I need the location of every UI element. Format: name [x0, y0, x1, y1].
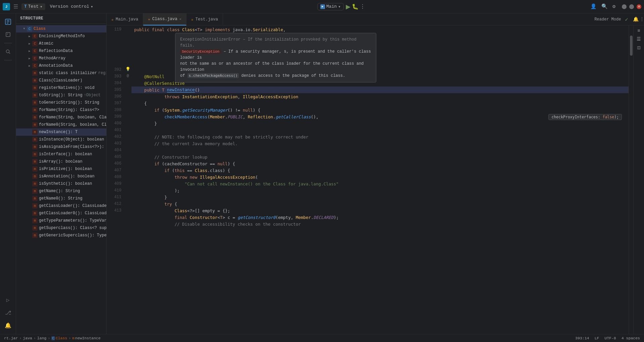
profile-icon[interactable]: 👤: [589, 2, 598, 11]
status-lf[interactable]: LF: [594, 336, 599, 340]
tab-more-icon[interactable]: ⋮: [640, 17, 644, 22]
label-isannotation: isAnnotation(): boolean: [39, 174, 95, 179]
ln-406: 406: [107, 160, 121, 167]
tree-item-tostring[interactable]: m toString(): String ↑Object: [16, 92, 106, 99]
toolbar-find[interactable]: [2, 46, 14, 57]
maximize-button[interactable]: □: [629, 4, 634, 9]
tree-item-getsuperclass[interactable]: m getSuperclass(): Class<? super T>: [16, 224, 106, 232]
notifications-panel-icon[interactable]: 🔔: [633, 16, 639, 22]
bc-class[interactable]: CClass: [51, 336, 67, 340]
check-icon: ✓: [625, 16, 628, 23]
toolbar-run-widget[interactable]: ▷: [2, 294, 14, 306]
arr-reflection[interactable]: ▶: [27, 48, 32, 54]
tab-icon-class: ☕: [148, 17, 150, 21]
tree-item-static-init[interactable]: m static class initializer registerNativ…: [16, 69, 106, 77]
project-selector[interactable]: T Test ▾: [21, 3, 45, 10]
tab-test-java[interactable]: ☕ Test.java: [186, 13, 223, 25]
close-button[interactable]: ✕: [637, 4, 641, 9]
tree-item-atomic[interactable]: ▶ C Atomic: [16, 40, 106, 47]
tab-icon-main: ☕: [111, 17, 114, 21]
code-content[interactable]: public final class Class<T> implements j…: [131, 25, 629, 334]
tree-item-reflection[interactable]: ▶ C ReflectionData: [16, 47, 106, 55]
minimize-button[interactable]: –: [622, 4, 627, 9]
tree-item-getname[interactable]: m getName(): String: [16, 187, 106, 195]
tree-item-issynthetic[interactable]: m isSynthetic(): boolean: [16, 180, 106, 187]
bc-java[interactable]: java: [23, 336, 32, 340]
gi-397: [124, 99, 131, 106]
code-line-400: [131, 127, 629, 133]
bc-jar[interactable]: rt.jar: [4, 336, 18, 340]
label-getname: getName(): String: [39, 189, 80, 193]
right-panel-icon-2[interactable]: ☰: [637, 36, 641, 42]
reader-mode-label[interactable]: Reader Mode: [594, 17, 621, 22]
tree-item-isinstance[interactable]: m isInstance(Object): boolean: [16, 136, 106, 143]
tree-item-isassignable[interactable]: m isAssignableFrom(Class<?>): boolean: [16, 143, 106, 151]
tree-item-newinstance[interactable]: m newInstance(): T: [16, 128, 106, 136]
tree-item-registernatives[interactable]: m registerNatives(): void: [16, 84, 106, 92]
label-gettypeparams: getTypeParameters(): TypeVariable<Class<…: [39, 218, 106, 223]
bc-newinstance[interactable]: mnewInstance: [72, 336, 101, 340]
cls-constructor: Constructor: [190, 215, 218, 220]
tree-item-forname1[interactable]: m forName(String): Class<?>: [16, 106, 106, 114]
bulb-icon[interactable]: 💡: [125, 67, 130, 72]
tree-item-isprimitive[interactable]: m isPrimitive(): boolean: [16, 165, 106, 173]
right-panel-icon-3[interactable]: ◫: [637, 45, 640, 50]
status-right: 393:14 LF UTF-8 4 spaces: [575, 336, 640, 340]
scroll-thumb[interactable]: [630, 36, 633, 56]
tree-item-isannotation[interactable]: m isAnnotation(): boolean: [16, 173, 106, 180]
tree-arrow-class[interactable]: ▼: [21, 26, 27, 32]
tree-item-class-root[interactable]: ▼ C Class: [16, 25, 106, 33]
label-static-init: static class initializer: [39, 71, 97, 75]
tree-item-getclassloader[interactable]: m getClassLoader(): ClassLoader: [16, 202, 106, 210]
run-button[interactable]: ▶: [346, 3, 351, 10]
bc-lang[interactable]: lang: [37, 336, 47, 340]
gi-blank3: [124, 39, 131, 46]
breadcrumb: rt.jar › java › lang › CClass › mnewInst…: [4, 336, 101, 340]
settings-icon[interactable]: ⚙: [611, 2, 616, 11]
arr-annotationdata[interactable]: ▶: [27, 63, 32, 68]
tree-item-methodarray[interactable]: ▶ C MethodArray: [16, 55, 106, 62]
arr-atomic[interactable]: ▶: [27, 41, 32, 46]
search-icon[interactable]: 🔍: [600, 2, 609, 11]
tab-main-java[interactable]: ☕ Main.java: [107, 13, 143, 25]
status-encoding[interactable]: UTF-8: [604, 336, 616, 340]
tab-class-java[interactable]: ☕ Class.java ✕: [143, 13, 186, 25]
tree-item-togenericstring[interactable]: m toGenericString(): String: [16, 99, 106, 106]
arr-enclosing[interactable]: ▶: [27, 34, 32, 39]
tree-item-gettypeparams[interactable]: m getTypeParameters(): TypeVariable<Clas…: [16, 217, 106, 224]
tree-item-enclosing[interactable]: ▶ C EnclosingMethodInfo: [16, 33, 106, 40]
debug-button[interactable]: 🐛: [352, 3, 359, 10]
tree-item-constructor[interactable]: m Class(ClassLoader): [16, 77, 106, 84]
tree-item-getclassloader0[interactable]: m getClassLoader0(): ClassLoader: [16, 210, 106, 217]
bc-sep-2: ›: [34, 336, 36, 340]
tree-item-annotationdata[interactable]: ▶ C AnnotationData: [16, 62, 106, 69]
lf-text: LF: [594, 336, 599, 340]
toolbar-notifications[interactable]: 🔔: [2, 320, 14, 331]
arr-regnatives: [27, 85, 32, 91]
tree-item-getname0[interactable]: m getName0(): String: [16, 195, 106, 202]
right-scrollbar[interactable]: [629, 25, 633, 334]
right-panel-icon-1[interactable]: ≡: [637, 28, 640, 34]
icon-isannotation: m: [32, 174, 38, 179]
toolbar-git[interactable]: ⎇: [2, 307, 14, 319]
tree-item-forname2[interactable]: m forName(String, boolean, ClassLoader):…: [16, 114, 106, 121]
tree-item-isinterface[interactable]: m isInterface(): boolean: [16, 151, 106, 158]
ln-393: 393: [107, 73, 121, 80]
toolbar-bookmarks[interactable]: [2, 29, 14, 40]
label-tostring-extra: ↑Object: [84, 93, 101, 98]
status-position[interactable]: 393:14: [575, 336, 589, 340]
tree-item-getgenericsuperclass[interactable]: m getGenericSuperclass(): Type: [16, 232, 106, 239]
string-cant-call: "Can not call newInstance() on the Class…: [185, 181, 339, 186]
at-icon[interactable]: @: [127, 74, 129, 78]
version-control-button[interactable]: Version control ▾: [50, 4, 93, 9]
arr-methodarray[interactable]: ▶: [27, 56, 32, 61]
toolbar-project[interactable]: [2, 16, 14, 27]
hamburger-menu[interactable]: ☰: [12, 2, 19, 11]
tree-item-forname0[interactable]: m forName0(String, boolean, ClassLoader,…: [16, 121, 106, 128]
more-run-button[interactable]: ⋮: [360, 3, 365, 10]
run-configuration[interactable]: ▶ Main ▾: [317, 3, 344, 10]
tab-close-class[interactable]: ✕: [179, 17, 181, 21]
tree-item-isarray[interactable]: m isArray(): boolean: [16, 158, 106, 165]
status-indent[interactable]: 4 spaces: [622, 336, 640, 340]
code-line-405: if (cachedConstructor == null) {: [131, 160, 629, 167]
